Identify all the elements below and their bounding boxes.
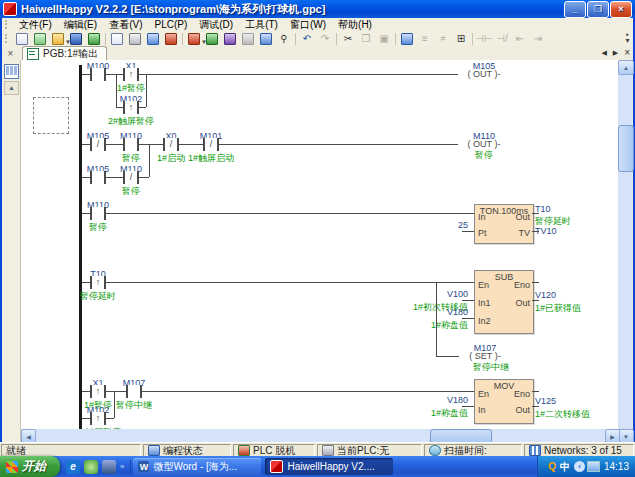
ime-tray-icon[interactable]: 中	[560, 460, 570, 474]
open-file-button[interactable]: ▼	[50, 32, 66, 46]
contact-no[interactable]	[90, 68, 106, 81]
wire	[532, 391, 539, 392]
menu-tools[interactable]: 工具(T)	[239, 18, 284, 31]
close-button[interactable]: ×	[610, 1, 632, 18]
print-preview-button[interactable]	[109, 32, 125, 46]
contact-comment: 暂停	[108, 186, 154, 196]
contact-nc[interactable]: /	[90, 138, 106, 151]
panel-close-icon[interactable]: ×	[5, 48, 16, 59]
pin-eno: Eno	[514, 280, 530, 290]
contact-rising[interactable]: ↑	[123, 101, 139, 114]
restore-button[interactable]: ❐	[587, 1, 609, 18]
menu-view[interactable]: 查看(V)	[103, 18, 148, 31]
ton-block[interactable]: TON.100ms In Out Pt TV	[474, 204, 534, 244]
task-word-window[interactable]: W 微型Word - [海为...	[133, 458, 261, 475]
ladder-editor[interactable]: M100 X1 ↑ 1#暂停 M102 ↑ 2#触屏暂停 M105 ( OUT …	[21, 60, 619, 429]
menu-help[interactable]: 帮助(H)	[332, 18, 378, 31]
out-operand[interactable]: V120	[535, 290, 556, 300]
tab-next-icon[interactable]: ▶	[613, 49, 618, 57]
sub-block[interactable]: SUB En Eno In1 In2 Out	[474, 270, 534, 334]
language-collapse-icon[interactable]: ‹	[574, 461, 585, 472]
tab-pgb-output[interactable]: PGB:1#输出	[22, 46, 107, 60]
shift-left-button[interactable]: ⇤	[512, 32, 528, 46]
scroll-up-icon[interactable]: ▲	[618, 60, 634, 75]
contact-nc-button[interactable]: ⊣/	[494, 32, 510, 46]
copy-button[interactable]: ❐	[358, 32, 374, 46]
new-file-button[interactable]	[14, 32, 30, 46]
insert-network-button[interactable]: ≡	[417, 32, 433, 46]
paste-button[interactable]: ▣	[376, 32, 392, 46]
title-bar[interactable]: HaiwellHappy V2.2.2 [E:\stonprogram\海为系列…	[0, 0, 635, 18]
media-player-icon[interactable]	[102, 460, 116, 474]
in2-operand[interactable]: V180	[368, 307, 468, 317]
cut-button[interactable]: ✂	[340, 32, 356, 46]
strip-up-arrow-icon[interactable]: ▲	[4, 81, 19, 95]
vertical-scroll-thumb[interactable]	[618, 125, 634, 172]
menu-debug[interactable]: 调试(D)	[193, 18, 239, 31]
online-button[interactable]	[240, 32, 256, 46]
contact-rising[interactable]: ↑	[90, 385, 106, 398]
shift-right-button[interactable]: ⇥	[530, 32, 546, 46]
open-project-button[interactable]	[32, 32, 48, 46]
compile-button[interactable]: ▼	[186, 32, 202, 46]
contact-rising[interactable]: ↑	[90, 412, 106, 425]
contact-nc[interactable]: /	[123, 171, 139, 184]
find-button[interactable]: ⚲	[276, 32, 292, 46]
menu-file[interactable]: 文件(F)	[13, 18, 58, 31]
edit-page-button[interactable]	[163, 32, 179, 46]
insert-row-button[interactable]: ⊞	[453, 32, 469, 46]
coil-out[interactable]: ( OUT )-	[458, 69, 510, 79]
out-operand[interactable]: T10	[535, 204, 551, 214]
start-button[interactable]: 开始	[0, 456, 60, 477]
monitor-button[interactable]	[258, 32, 274, 46]
contact-rising[interactable]: ↑	[123, 68, 139, 81]
task-haiwell-window[interactable]: HaiwellHappy V2....	[265, 458, 393, 475]
contact-no[interactable]	[123, 138, 139, 151]
pt-value[interactable]: 25	[368, 220, 468, 230]
messenger-icon[interactable]	[84, 460, 98, 474]
export-button[interactable]	[145, 32, 161, 46]
ladder-program-icon	[27, 48, 39, 60]
coil-set[interactable]: ( SET )-	[459, 351, 511, 361]
menu-window[interactable]: 窗口(W)	[284, 18, 332, 31]
menu-plc[interactable]: PLC(P)	[148, 18, 193, 31]
out-operand[interactable]: V125	[535, 396, 556, 406]
save-button[interactable]	[68, 32, 84, 46]
menu-bar: 文件(F) 编辑(E) 查看(V) PLC(P) 调试(D) 工具(T) 窗口(…	[2, 18, 633, 32]
in1-operand[interactable]: V100	[368, 289, 468, 299]
contact-rising[interactable]: ↑	[90, 276, 106, 289]
quick-launch: e »	[60, 460, 131, 474]
vertical-scrollbar[interactable]	[618, 60, 632, 442]
tv-operand[interactable]: TV10	[535, 226, 557, 236]
tab-close-icon[interactable]: ×	[624, 47, 630, 58]
print-button[interactable]	[127, 32, 143, 46]
tab-label: PGB:1#输出	[43, 47, 98, 61]
contact-nc[interactable]: /	[163, 138, 179, 151]
quicklaunch-more-icon[interactable]: »	[120, 462, 124, 471]
download-plc-button[interactable]	[204, 32, 220, 46]
qq-tray-icon[interactable]: Q	[548, 461, 556, 472]
clock[interactable]: 14:13	[604, 461, 629, 472]
contact-no-button[interactable]: ⊣⊢	[476, 32, 492, 46]
mov-block[interactable]: MOV En Eno In Out	[474, 379, 534, 424]
undo-button[interactable]: ↶	[299, 32, 315, 46]
redo-button[interactable]: ↷	[317, 32, 333, 46]
tab-prev-icon[interactable]: ◀	[601, 49, 606, 57]
coil-out[interactable]: ( OUT )-	[458, 139, 510, 149]
project-panel-icon[interactable]	[4, 64, 19, 79]
save-all-button[interactable]	[86, 32, 102, 46]
network-tray-icon[interactable]	[587, 461, 600, 472]
contact-no[interactable]	[90, 171, 106, 184]
minimize-button[interactable]: _	[564, 1, 586, 18]
in-operand[interactable]: V180	[368, 395, 468, 405]
check-program-button[interactable]	[399, 32, 415, 46]
toolbar-overflow-button[interactable]: ▪▾	[622, 32, 633, 46]
delete-network-button[interactable]: ≠	[435, 32, 451, 46]
horizontal-scrollbar[interactable]	[21, 429, 618, 442]
upload-plc-button[interactable]	[222, 32, 238, 46]
contact-nc[interactable]: /	[203, 138, 219, 151]
menu-edit[interactable]: 编辑(E)	[58, 18, 103, 31]
contact-no[interactable]	[126, 385, 142, 398]
contact-no[interactable]	[90, 207, 106, 220]
ie-icon[interactable]: e	[66, 460, 80, 474]
